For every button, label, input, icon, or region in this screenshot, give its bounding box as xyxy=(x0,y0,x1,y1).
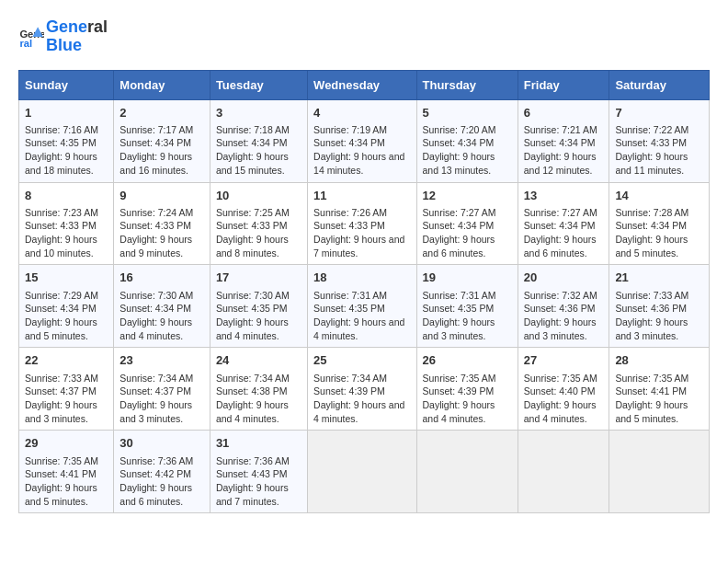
page-header: Gene ral GeneralBlue xyxy=(18,18,710,55)
day-info: Sunrise: 7:21 AM Sunset: 4:34 PM Dayligh… xyxy=(524,123,604,178)
calendar-cell: 9 Sunrise: 7:24 AM Sunset: 4:33 PM Dayli… xyxy=(114,182,210,265)
day-number: 25 xyxy=(313,352,410,369)
day-number: 22 xyxy=(25,352,108,369)
calendar-cell: 5 Sunrise: 7:20 AM Sunset: 4:34 PM Dayli… xyxy=(416,99,518,182)
day-number: 21 xyxy=(615,270,703,286)
calendar-week-row: 15 Sunrise: 7:29 AM Sunset: 4:34 PM Dayl… xyxy=(19,265,710,348)
day-number: 20 xyxy=(524,270,604,286)
day-number: 10 xyxy=(216,188,301,204)
day-info: Sunrise: 7:19 AM Sunset: 4:34 PM Dayligh… xyxy=(313,123,410,178)
day-info: Sunrise: 7:31 AM Sunset: 4:35 PM Dayligh… xyxy=(313,289,410,343)
day-number: 5 xyxy=(423,105,512,121)
day-info: Sunrise: 7:36 AM Sunset: 4:43 PM Dayligh… xyxy=(216,454,301,509)
calendar-cell: 2 Sunrise: 7:17 AM Sunset: 4:34 PM Dayli… xyxy=(114,99,210,182)
day-info: Sunrise: 7:32 AM Sunset: 4:36 PM Dayligh… xyxy=(524,289,604,343)
calendar-cell xyxy=(416,431,518,513)
calendar-cell: 10 Sunrise: 7:25 AM Sunset: 4:33 PM Dayl… xyxy=(210,182,307,265)
calendar-cell xyxy=(308,431,416,513)
day-number: 9 xyxy=(119,188,204,204)
calendar-cell: 26 Sunrise: 7:35 AM Sunset: 4:39 PM Dayl… xyxy=(416,348,518,431)
day-number: 17 xyxy=(216,270,301,286)
calendar-cell: 4 Sunrise: 7:19 AM Sunset: 4:34 PM Dayli… xyxy=(308,99,416,182)
calendar-cell: 21 Sunrise: 7:33 AM Sunset: 4:36 PM Dayl… xyxy=(609,265,710,348)
weekday-header: Saturday xyxy=(609,70,710,99)
calendar-cell xyxy=(609,431,710,513)
day-info: Sunrise: 7:23 AM Sunset: 4:33 PM Dayligh… xyxy=(25,206,108,260)
day-info: Sunrise: 7:27 AM Sunset: 4:34 PM Dayligh… xyxy=(423,206,512,260)
calendar-week-row: 8 Sunrise: 7:23 AM Sunset: 4:33 PM Dayli… xyxy=(19,182,710,265)
day-info: Sunrise: 7:20 AM Sunset: 4:34 PM Dayligh… xyxy=(423,123,512,178)
calendar-cell: 1 Sunrise: 7:16 AM Sunset: 4:35 PM Dayli… xyxy=(19,99,114,182)
calendar-cell: 15 Sunrise: 7:29 AM Sunset: 4:34 PM Dayl… xyxy=(19,265,114,348)
day-info: Sunrise: 7:28 AM Sunset: 4:34 PM Dayligh… xyxy=(615,206,703,260)
day-number: 1 xyxy=(25,105,108,121)
day-info: Sunrise: 7:25 AM Sunset: 4:33 PM Dayligh… xyxy=(216,206,301,260)
day-number: 19 xyxy=(423,270,512,286)
day-info: Sunrise: 7:16 AM Sunset: 4:35 PM Dayligh… xyxy=(25,123,108,178)
calendar-cell: 30 Sunrise: 7:36 AM Sunset: 4:42 PM Dayl… xyxy=(114,431,210,513)
calendar-cell: 20 Sunrise: 7:32 AM Sunset: 4:36 PM Dayl… xyxy=(518,265,609,348)
day-number: 11 xyxy=(313,188,410,204)
day-info: Sunrise: 7:35 AM Sunset: 4:41 PM Dayligh… xyxy=(25,454,108,509)
day-number: 24 xyxy=(216,352,301,369)
calendar-body: 1 Sunrise: 7:16 AM Sunset: 4:35 PM Dayli… xyxy=(19,99,710,513)
weekday-header: Monday xyxy=(114,70,210,99)
logo-text: GeneralBlue xyxy=(46,18,108,55)
calendar-header-row: SundayMondayTuesdayWednesdayThursdayFrid… xyxy=(19,70,710,99)
calendar-cell: 19 Sunrise: 7:31 AM Sunset: 4:35 PM Dayl… xyxy=(416,265,518,348)
day-number: 31 xyxy=(216,435,301,452)
calendar-cell: 11 Sunrise: 7:26 AM Sunset: 4:33 PM Dayl… xyxy=(308,182,416,265)
day-info: Sunrise: 7:35 AM Sunset: 4:40 PM Dayligh… xyxy=(524,372,604,426)
calendar-cell: 8 Sunrise: 7:23 AM Sunset: 4:33 PM Dayli… xyxy=(19,182,114,265)
day-info: Sunrise: 7:17 AM Sunset: 4:34 PM Dayligh… xyxy=(119,123,204,178)
calendar-table: SundayMondayTuesdayWednesdayThursdayFrid… xyxy=(18,70,710,514)
calendar-cell: 25 Sunrise: 7:34 AM Sunset: 4:39 PM Dayl… xyxy=(308,348,416,431)
day-info: Sunrise: 7:24 AM Sunset: 4:33 PM Dayligh… xyxy=(119,206,204,260)
calendar-cell: 23 Sunrise: 7:34 AM Sunset: 4:37 PM Dayl… xyxy=(114,348,210,431)
day-number: 13 xyxy=(524,188,604,204)
day-number: 26 xyxy=(423,352,512,369)
calendar-cell: 17 Sunrise: 7:30 AM Sunset: 4:35 PM Dayl… xyxy=(210,265,307,348)
day-info: Sunrise: 7:29 AM Sunset: 4:34 PM Dayligh… xyxy=(25,289,108,343)
logo-icon: Gene ral xyxy=(18,24,44,50)
day-number: 23 xyxy=(119,352,204,369)
weekday-header: Friday xyxy=(518,70,609,99)
day-info: Sunrise: 7:30 AM Sunset: 4:35 PM Dayligh… xyxy=(216,289,301,343)
day-number: 4 xyxy=(313,105,410,121)
calendar-week-row: 29 Sunrise: 7:35 AM Sunset: 4:41 PM Dayl… xyxy=(19,431,710,513)
weekday-header: Thursday xyxy=(416,70,518,99)
calendar-cell: 24 Sunrise: 7:34 AM Sunset: 4:38 PM Dayl… xyxy=(210,348,307,431)
day-number: 7 xyxy=(615,105,703,121)
day-info: Sunrise: 7:34 AM Sunset: 4:37 PM Dayligh… xyxy=(119,372,204,426)
weekday-header: Wednesday xyxy=(308,70,416,99)
day-number: 30 xyxy=(119,435,204,452)
calendar-cell: 28 Sunrise: 7:35 AM Sunset: 4:41 PM Dayl… xyxy=(609,348,710,431)
day-number: 14 xyxy=(615,188,703,204)
day-info: Sunrise: 7:34 AM Sunset: 4:39 PM Dayligh… xyxy=(313,372,410,426)
calendar-cell: 18 Sunrise: 7:31 AM Sunset: 4:35 PM Dayl… xyxy=(308,265,416,348)
day-number: 28 xyxy=(615,352,703,369)
day-number: 16 xyxy=(119,270,204,286)
day-info: Sunrise: 7:30 AM Sunset: 4:34 PM Dayligh… xyxy=(119,289,204,343)
calendar-cell: 29 Sunrise: 7:35 AM Sunset: 4:41 PM Dayl… xyxy=(19,431,114,513)
day-info: Sunrise: 7:33 AM Sunset: 4:36 PM Dayligh… xyxy=(615,289,703,343)
calendar-cell: 22 Sunrise: 7:33 AM Sunset: 4:37 PM Dayl… xyxy=(19,348,114,431)
calendar-week-row: 22 Sunrise: 7:33 AM Sunset: 4:37 PM Dayl… xyxy=(19,348,710,431)
day-number: 27 xyxy=(524,352,604,369)
day-info: Sunrise: 7:27 AM Sunset: 4:34 PM Dayligh… xyxy=(524,206,604,260)
day-number: 6 xyxy=(524,105,604,121)
calendar-cell: 31 Sunrise: 7:36 AM Sunset: 4:43 PM Dayl… xyxy=(210,431,307,513)
calendar-cell: 12 Sunrise: 7:27 AM Sunset: 4:34 PM Dayl… xyxy=(416,182,518,265)
svg-text:ral: ral xyxy=(19,38,32,49)
logo: Gene ral GeneralBlue xyxy=(18,18,108,55)
calendar-cell: 27 Sunrise: 7:35 AM Sunset: 4:40 PM Dayl… xyxy=(518,348,609,431)
day-info: Sunrise: 7:35 AM Sunset: 4:41 PM Dayligh… xyxy=(615,372,703,426)
day-info: Sunrise: 7:35 AM Sunset: 4:39 PM Dayligh… xyxy=(423,372,512,426)
calendar-cell: 3 Sunrise: 7:18 AM Sunset: 4:34 PM Dayli… xyxy=(210,99,307,182)
weekday-header: Sunday xyxy=(19,70,114,99)
day-number: 2 xyxy=(119,105,204,121)
day-info: Sunrise: 7:33 AM Sunset: 4:37 PM Dayligh… xyxy=(25,372,108,426)
day-info: Sunrise: 7:31 AM Sunset: 4:35 PM Dayligh… xyxy=(423,289,512,343)
day-number: 3 xyxy=(216,105,301,121)
calendar-cell: 16 Sunrise: 7:30 AM Sunset: 4:34 PM Dayl… xyxy=(114,265,210,348)
